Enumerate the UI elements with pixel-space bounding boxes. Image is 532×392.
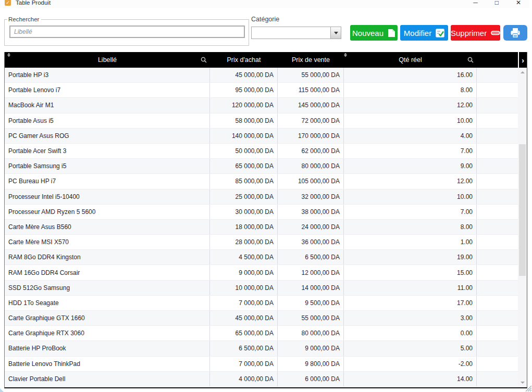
cell-prix-vente[interactable]: 105 000,00 DA bbox=[278, 174, 344, 188]
cell-libelle[interactable]: Clavier Portable Dell bbox=[5, 372, 210, 386]
table-row[interactable]: Portable Acer Swift 3 50 000,00 DA 62 00… bbox=[5, 144, 518, 159]
cell-prix-achat[interactable]: 140 000,00 DA bbox=[210, 129, 278, 143]
column-header-prix-achat[interactable]: Prix d'achat bbox=[210, 52, 278, 68]
cell-libelle[interactable]: Portable Lenovo i7 bbox=[5, 83, 210, 97]
cell-prix-vente[interactable]: 6 500,00 DA bbox=[278, 250, 344, 264]
cell-prix-vente[interactable]: 32 000,00 DA bbox=[278, 189, 344, 204]
delete-button[interactable]: Supprimer bbox=[451, 25, 500, 41]
cell-qte-reel[interactable]: 3.00 bbox=[344, 311, 477, 325]
category-combobox[interactable] bbox=[251, 27, 341, 39]
cell-prix-vente[interactable]: 115 000,00 DA bbox=[278, 83, 344, 97]
cell-prix-achat[interactable]: 4 000,00 DA bbox=[210, 372, 278, 386]
table-row[interactable]: Carte Graphique GTX 1660 45 000,00 DA 55… bbox=[5, 311, 518, 326]
new-button[interactable]: Nouveau bbox=[350, 25, 398, 41]
cell-libelle[interactable]: Portable HP i3 bbox=[5, 68, 210, 82]
cell-qte-reel[interactable]: 12.00 bbox=[344, 174, 477, 188]
cell-libelle[interactable]: Portable Acer Swift 3 bbox=[5, 144, 210, 158]
cell-prix-achat[interactable]: 7 000,00 DA bbox=[210, 357, 278, 371]
cell-qte-reel[interactable]: 10.00 bbox=[344, 113, 477, 128]
cell-libelle[interactable]: RAM 16Go DDR4 Corsair bbox=[5, 265, 210, 280]
search-input[interactable] bbox=[9, 26, 245, 38]
cell-qte-reel[interactable]: 7.00 bbox=[344, 205, 477, 219]
cell-prix-achat[interactable]: 30 000,00 DA bbox=[210, 205, 278, 219]
category-dropdown-button[interactable] bbox=[330, 27, 341, 39]
print-button[interactable] bbox=[503, 25, 527, 41]
cell-prix-vente[interactable]: 14 000,00 DA bbox=[278, 281, 344, 295]
cell-qte-reel[interactable]: 8.00 bbox=[344, 220, 477, 234]
cell-prix-vente[interactable]: 80 000,00 DA bbox=[278, 159, 344, 173]
cell-libelle[interactable]: Carte Graphique GTX 1660 bbox=[5, 311, 210, 325]
cell-prix-achat[interactable]: 85 000,00 DA bbox=[210, 174, 278, 188]
table-row[interactable]: Processeur AMD Ryzen 5 5600 30 000,00 DA… bbox=[5, 205, 518, 220]
cell-prix-vente[interactable]: 9 000,00 DA bbox=[278, 341, 344, 356]
cell-libelle[interactable]: Portable Samsung i5 bbox=[5, 159, 210, 173]
table-row[interactable]: MacBook Air M1 120 000,00 DA 145 000,00 … bbox=[5, 98, 518, 113]
next-column-button[interactable]: › bbox=[518, 52, 527, 68]
cell-qte-reel[interactable]: -2.00 bbox=[344, 357, 477, 371]
cell-libelle[interactable]: Batterie Lenovo ThinkPad bbox=[5, 357, 210, 371]
cell-prix-achat[interactable]: 95 000,00 DA bbox=[210, 83, 278, 97]
table-row[interactable]: Carte Mère Asus B560 18 000,00 DA 24 000… bbox=[5, 220, 518, 235]
edit-button[interactable]: Modifier bbox=[400, 25, 448, 41]
cell-prix-achat[interactable]: 6 500,00 DA bbox=[210, 341, 278, 356]
maximize-button[interactable]: □ bbox=[495, 0, 499, 6]
cell-qte-reel[interactable]: 5.00 bbox=[344, 341, 477, 356]
cell-libelle[interactable]: MacBook Air M1 bbox=[5, 98, 210, 112]
column-header-libelle[interactable]: Libellé bbox=[5, 52, 210, 68]
cell-libelle[interactable]: SSD 512Go Samsung bbox=[5, 281, 210, 295]
cell-prix-achat[interactable]: 9 000,00 DA bbox=[210, 265, 278, 280]
cell-libelle[interactable]: Processeur Intel i5-10400 bbox=[5, 189, 210, 204]
minimize-button[interactable]: ─ bbox=[473, 0, 478, 6]
table-row[interactable]: Batterie HP ProBook 6 500,00 DA 9 000,00… bbox=[5, 341, 518, 356]
cell-qte-reel[interactable]: 11.00 bbox=[344, 281, 477, 295]
table-row[interactable]: Portable Samsung i5 65 000,00 DA 80 000,… bbox=[5, 159, 518, 174]
close-button[interactable]: ✕ bbox=[516, 0, 521, 6]
table-row[interactable]: Clavier Portable Dell 4 000,00 DA 6 000,… bbox=[5, 372, 518, 387]
cell-prix-vente[interactable]: 55 000,00 DA bbox=[278, 68, 344, 82]
cell-libelle[interactable]: Carte Graphique RTX 3060 bbox=[5, 326, 210, 340]
column-header-qte-reel[interactable]: Qté réel bbox=[344, 52, 477, 68]
table-row[interactable]: Batterie Lenovo ThinkPad 7 000,00 DA 9 8… bbox=[5, 357, 518, 372]
cell-prix-achat[interactable]: 18 000,00 DA bbox=[210, 220, 278, 234]
cell-prix-vente[interactable]: 24 000,00 DA bbox=[278, 220, 344, 234]
scrollbar-up-button[interactable] bbox=[518, 69, 527, 76]
table-row[interactable]: SSD 512Go Samsung 10 000,00 DA 14 000,00… bbox=[5, 281, 518, 296]
cell-prix-achat[interactable]: 28 000,00 DA bbox=[210, 235, 278, 249]
cell-qte-reel[interactable]: 19.00 bbox=[344, 250, 477, 264]
cell-prix-vente[interactable]: 72 000,00 DA bbox=[278, 113, 344, 128]
cell-libelle[interactable]: PC Gamer Asus ROG bbox=[5, 129, 210, 143]
cell-prix-achat[interactable]: 45 000,00 DA bbox=[210, 68, 278, 82]
cell-qte-reel[interactable]: 7.00 bbox=[344, 144, 477, 158]
table-row[interactable]: RAM 8Go DDR4 Kingston 4 500,00 DA 6 500,… bbox=[5, 250, 518, 265]
cell-libelle[interactable]: HDD 1To Seagate bbox=[5, 296, 210, 310]
cell-libelle[interactable]: Batterie HP ProBook bbox=[5, 341, 210, 356]
cell-prix-vente[interactable]: 12 000,00 DA bbox=[278, 265, 344, 280]
cell-qte-reel[interactable]: 4.00 bbox=[344, 129, 477, 143]
cell-libelle[interactable]: PC Bureau HP i7 bbox=[5, 174, 210, 188]
cell-qte-reel[interactable]: 15.00 bbox=[344, 265, 477, 280]
cell-qte-reel[interactable]: 12.00 bbox=[344, 98, 477, 112]
cell-prix-vente[interactable]: 62 000,00 DA bbox=[278, 144, 344, 158]
cell-prix-achat[interactable]: 25 000,00 DA bbox=[210, 189, 278, 204]
cell-libelle[interactable]: Portable Asus i5 bbox=[5, 113, 210, 128]
table-row[interactable]: Portable HP i3 45 000,00 DA 55 000,00 DA… bbox=[5, 68, 518, 83]
cell-libelle[interactable]: Processeur AMD Ryzen 5 5600 bbox=[5, 205, 210, 219]
cell-prix-achat[interactable]: 58 000,00 DA bbox=[210, 113, 278, 128]
cell-prix-achat[interactable]: 10 000,00 DA bbox=[210, 281, 278, 295]
cell-libelle[interactable]: RAM 8Go DDR4 Kingston bbox=[5, 250, 210, 264]
column-header-prix-vente[interactable]: Prix de vente bbox=[278, 52, 344, 68]
cell-qte-reel[interactable]: 17.00 bbox=[344, 296, 477, 310]
table-row[interactable]: Portable Asus i5 58 000,00 DA 72 000,00 … bbox=[5, 113, 518, 129]
cell-qte-reel[interactable]: 16.00 bbox=[344, 68, 477, 82]
table-row[interactable]: RAM 16Go DDR4 Corsair 9 000,00 DA 12 000… bbox=[5, 265, 518, 280]
cell-libelle[interactable]: Carte Mère Asus B560 bbox=[5, 220, 210, 234]
cell-prix-achat[interactable]: 65 000,00 DA bbox=[210, 159, 278, 173]
cell-prix-achat[interactable]: 65 000,00 DA bbox=[210, 326, 278, 340]
cell-libelle[interactable]: Carte Mère MSI X570 bbox=[5, 235, 210, 249]
table-row[interactable]: Carte Mère MSI X570 28 000,00 DA 36 000,… bbox=[5, 235, 518, 250]
cell-prix-achat[interactable]: 50 000,00 DA bbox=[210, 144, 278, 158]
table-row[interactable]: Portable Lenovo i7 95 000,00 DA 115 000,… bbox=[5, 83, 518, 98]
cell-qte-reel[interactable]: 10.00 bbox=[344, 189, 477, 204]
cell-prix-vente[interactable]: 9 800,00 DA bbox=[278, 357, 344, 371]
cell-qte-reel[interactable]: 9.00 bbox=[344, 159, 477, 173]
